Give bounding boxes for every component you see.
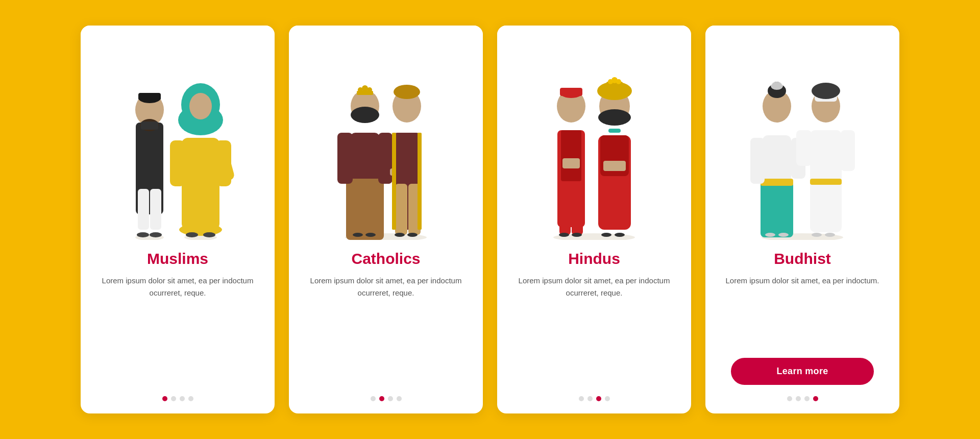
- svg-point-90: [812, 233, 822, 237]
- dot-3: [596, 396, 601, 401]
- svg-point-89: [812, 83, 840, 99]
- card-title-budhist: Budhist: [774, 250, 831, 267]
- svg-point-35: [353, 233, 363, 237]
- svg-point-34: [351, 107, 379, 123]
- card-dots-muslims: [162, 396, 193, 401]
- svg-rect-54: [560, 88, 582, 96]
- svg-point-79: [771, 82, 783, 90]
- card-dots-catholics: [371, 396, 402, 401]
- svg-rect-72: [761, 181, 793, 237]
- svg-rect-73: [761, 179, 793, 186]
- svg-point-22: [150, 232, 162, 237]
- dot-2: [171, 396, 176, 401]
- svg-point-65: [616, 79, 621, 84]
- svg-point-55: [559, 233, 569, 237]
- learn-more-button[interactable]: Learn more: [731, 358, 874, 385]
- svg-rect-59: [603, 161, 626, 171]
- illustration-catholics: [289, 26, 483, 240]
- card-content-budhist: Budhist Lorem ipsum dolor sit amet, ea p…: [705, 240, 899, 413]
- svg-rect-85: [841, 130, 855, 171]
- svg-point-66: [598, 109, 631, 126]
- card-content-muslims: Muslims Lorem ipsum dolor sit amet, ea p…: [81, 240, 275, 413]
- card-dots-hindus: [579, 396, 610, 401]
- svg-rect-48: [561, 130, 581, 181]
- svg-rect-7: [138, 93, 161, 100]
- svg-point-18: [189, 93, 212, 119]
- card-description-hindus: Lorem ipsum dolor sit amet, ea per indoc…: [512, 275, 676, 387]
- svg-point-69: [615, 233, 625, 237]
- svg-rect-49: [559, 189, 571, 235]
- svg-point-43: [394, 85, 420, 99]
- dot-4: [397, 396, 402, 401]
- svg-point-81: [778, 233, 789, 237]
- dot-1: [162, 396, 167, 401]
- dot-4: [605, 396, 610, 401]
- svg-point-20: [203, 232, 215, 237]
- svg-rect-51: [562, 158, 580, 168]
- svg-rect-2: [138, 189, 149, 230]
- svg-rect-3: [150, 189, 161, 230]
- illustration-muslims: [81, 26, 275, 240]
- svg-point-91: [825, 233, 835, 237]
- svg-rect-40: [392, 133, 396, 230]
- illustration-budhist: [705, 26, 899, 240]
- dot-2: [587, 396, 593, 401]
- card-description-budhist: Lorem ipsum dolor sit amet, ea per indoc…: [726, 275, 879, 353]
- svg-rect-27: [378, 133, 393, 184]
- dot-2: [796, 396, 801, 401]
- svg-point-56: [572, 233, 582, 237]
- svg-point-36: [365, 233, 376, 237]
- svg-point-44: [395, 233, 405, 237]
- svg-point-45: [407, 233, 418, 237]
- card-title-muslims: Muslims: [147, 250, 208, 267]
- svg-rect-83: [810, 179, 842, 185]
- svg-rect-50: [572, 189, 583, 235]
- dot-1: [579, 396, 584, 401]
- dot-1: [787, 396, 792, 401]
- svg-rect-8: [141, 121, 158, 130]
- card-title-catholics: Catholics: [351, 250, 420, 267]
- svg-point-80: [765, 233, 775, 237]
- card-hindus: Hindus Lorem ipsum dolor sit amet, ea pe…: [497, 26, 691, 413]
- dot-3: [180, 396, 185, 401]
- card-budhist: Budhist Lorem ipsum dolor sit amet, ea p…: [705, 26, 899, 413]
- dot-1: [371, 396, 376, 401]
- card-title-hindus: Hindus: [568, 250, 620, 267]
- svg-rect-25: [346, 179, 384, 240]
- card-muslims: Muslims Lorem ipsum dolor sit amet, ea p…: [81, 26, 275, 413]
- dot-3: [388, 396, 393, 401]
- svg-rect-41: [418, 133, 422, 230]
- svg-rect-74: [750, 138, 765, 184]
- svg-rect-26: [337, 133, 353, 184]
- card-description-muslims: Lorem ipsum dolor sit amet, ea per indoc…: [96, 275, 259, 387]
- svg-point-19: [186, 232, 198, 237]
- svg-rect-38: [395, 184, 407, 235]
- cards-container: Muslims Lorem ipsum dolor sit amet, ea p…: [50, 5, 930, 434]
- card-content-catholics: Catholics Lorem ipsum dolor sit amet, ea…: [289, 240, 483, 413]
- card-description-catholics: Lorem ipsum dolor sit amet, ea per indoc…: [304, 275, 468, 387]
- svg-rect-12: [170, 140, 185, 186]
- dot-3: [804, 396, 810, 401]
- svg-point-11: [179, 224, 222, 236]
- card-content-hindus: Hindus Lorem ipsum dolor sit amet, ea pe…: [497, 240, 691, 413]
- dot-4: [188, 396, 193, 401]
- svg-rect-67: [608, 129, 621, 133]
- svg-rect-84: [796, 130, 812, 166]
- svg-point-33: [367, 87, 372, 92]
- card-catholics: Catholics Lorem ipsum dolor sit amet, ea…: [289, 26, 483, 413]
- illustration-hindus: [497, 26, 691, 240]
- svg-point-68: [601, 233, 611, 237]
- dot-2: [379, 396, 384, 401]
- card-dots-budhist: [787, 396, 818, 401]
- svg-point-21: [137, 232, 149, 237]
- dot-4: [813, 396, 818, 401]
